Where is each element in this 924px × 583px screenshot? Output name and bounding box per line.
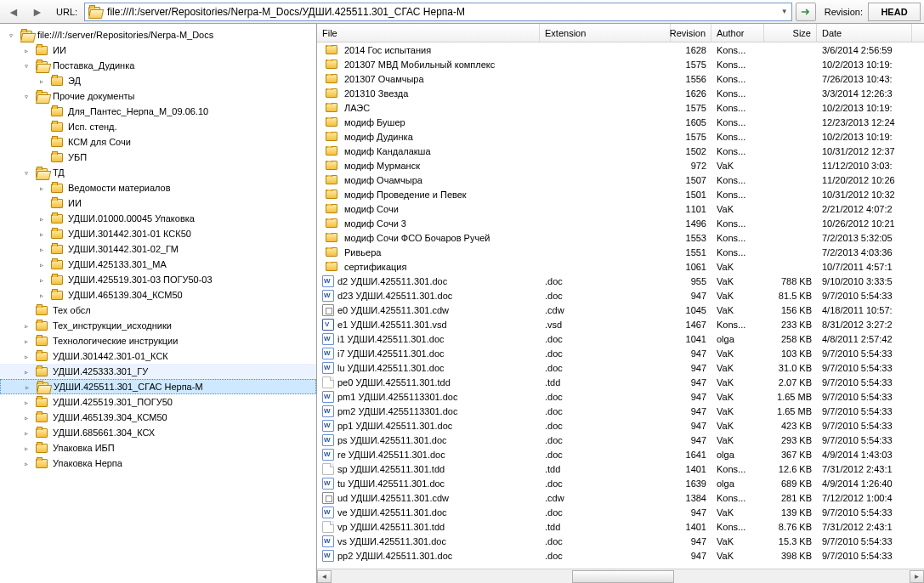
expand-icon[interactable]: ▹ xyxy=(20,321,32,331)
file-row[interactable]: модиф Проведение и Певек1501Kons...10/31… xyxy=(317,187,924,201)
tree-item[interactable]: ▹УДШИ.425333.301_ГУ xyxy=(0,364,316,379)
file-row[interactable]: ЛАЭС1575Kons...10/2/2013 10:19: xyxy=(317,100,924,115)
expand-icon[interactable]: ▿ xyxy=(20,92,32,101)
expand-icon[interactable]: ▹ xyxy=(20,337,32,346)
file-row[interactable]: e0 УДШИ.425511.301.cdw.cdw1045VaK156 KB4… xyxy=(317,303,924,317)
tree-item[interactable]: ▹УДШИ.301442.301-01 КСК50 xyxy=(0,226,316,241)
tree-item[interactable]: ▹УДШИ.425519.301-03 ПОГУ50-03 xyxy=(0,272,316,287)
file-row[interactable]: модиф Дудинка1575Kons...10/2/2013 10:19: xyxy=(317,129,924,144)
horizontal-scrollbar[interactable]: ◄ ► xyxy=(317,569,924,583)
expand-icon[interactable]: ▹ xyxy=(20,367,32,376)
header-size[interactable]: Size xyxy=(764,24,817,42)
scroll-right-button[interactable]: ► xyxy=(910,570,924,583)
tree-item[interactable]: ▹Ведомости материалов xyxy=(0,180,316,195)
file-row[interactable]: сертификация1061VaK10/7/2011 4:57:1 xyxy=(317,259,924,274)
expand-icon[interactable]: ▹ xyxy=(21,382,33,392)
file-row[interactable]: pp2 УДШИ.425511.301.doc.doc947VaK398 KB9… xyxy=(317,548,924,563)
tree-item[interactable]: УБП xyxy=(0,150,316,165)
file-row[interactable]: pp1 УДШИ.425511.301.doc.doc947VaK423 KB9… xyxy=(317,418,924,433)
tree-item[interactable]: КСМ для Сочи xyxy=(0,134,316,150)
file-row[interactable]: pm2 УДШИ.4255113301.doc.doc947VaK1.65 MB… xyxy=(317,404,924,418)
tree-item[interactable]: ▹УДШИ.425519.301_ПОГУ50 xyxy=(0,394,316,410)
repo-tree[interactable]: ▿file:///I:/server/Repositories/Nerpa-M_… xyxy=(0,24,317,583)
scroll-left-button[interactable]: ◄ xyxy=(317,570,332,583)
expand-icon[interactable]: ▹ xyxy=(36,245,48,254)
file-row[interactable]: модиф Кандалакша1502Kons...10/31/2012 12… xyxy=(317,144,924,158)
file-row[interactable]: ps УДШИ.425511.301.doc.doc947VaK293 KB9/… xyxy=(317,433,924,447)
file-rows[interactable]: 2014 Гос испытания1628Kons...3/6/2014 2:… xyxy=(317,42,924,569)
tree-item[interactable]: ▹УДШИ.301442.301-02_ГМ xyxy=(0,241,316,257)
tree-item[interactable]: ▹УДШИ.425511.301_СГАС Нерпа-М xyxy=(0,379,316,394)
expand-icon[interactable]: ▹ xyxy=(20,444,32,453)
expand-icon[interactable]: ▹ xyxy=(20,398,32,407)
file-row[interactable]: модиф Бушер1605Kons...12/23/2013 12:24 xyxy=(317,115,924,129)
file-row[interactable]: модиф Сочи1101VaK2/21/2012 4:07:2 xyxy=(317,201,924,216)
header-file[interactable]: File xyxy=(317,24,540,42)
expand-icon[interactable]: ▹ xyxy=(36,184,48,193)
file-row[interactable]: lu УДШИ.425511.301.doc.doc947VaK31.0 KB9… xyxy=(317,360,924,375)
file-row[interactable]: ve УДШИ.425511.301.doc.doc947VaK139 KB9/… xyxy=(317,505,924,519)
forward-button[interactable]: ► xyxy=(27,3,48,21)
tree-item[interactable]: ▹УДШИ.301442.301-01_КСК xyxy=(0,348,316,364)
back-button[interactable]: ◄ xyxy=(3,3,24,21)
file-row[interactable]: модиф Сочи ФСО Бочаров Ручей1553Kons...7… xyxy=(317,230,924,245)
expand-icon[interactable]: ▹ xyxy=(36,260,48,269)
tree-item[interactable]: ▹УДШИ.685661.304_КСХ xyxy=(0,425,316,440)
expand-icon[interactable]: ▿ xyxy=(20,168,32,178)
scroll-thumb[interactable] xyxy=(572,570,674,583)
file-row[interactable]: 201310 Звезда1626Kons...3/3/2014 12:26:3 xyxy=(317,86,924,100)
tree-item[interactable]: ▹УДШИ.01000.00045 Упаковка xyxy=(0,211,316,226)
file-row[interactable]: pe0 УДШИ.425511.301.tdd.tdd947VaK2.07 KB… xyxy=(317,375,924,389)
expand-icon[interactable]: ▿ xyxy=(20,61,32,71)
revision-selector[interactable]: HEAD xyxy=(868,3,921,21)
expand-icon[interactable]: ▹ xyxy=(36,214,48,224)
expand-icon[interactable]: ▹ xyxy=(20,413,32,422)
file-row[interactable]: d2 УДШИ.425511.301.doc.doc955VaK788 KB9/… xyxy=(317,274,924,288)
tree-item[interactable]: Исп. стенд. xyxy=(0,119,316,134)
file-row[interactable]: vs УДШИ.425511.301.doc.doc947VaK15.3 KB9… xyxy=(317,534,924,548)
file-row[interactable]: 201307 Очамчыра1556Kons...7/26/2013 10:4… xyxy=(317,71,924,86)
file-row[interactable]: re УДШИ.425511.301.doc.doc1641olga367 KB… xyxy=(317,447,924,461)
go-button[interactable]: ➜ xyxy=(796,3,816,21)
file-row[interactable]: ud УДШИ.425511.301.cdw.cdw1384Kons...281… xyxy=(317,490,924,505)
file-row[interactable]: i1 УДШИ.425511.301.doc.doc1041olga258 KB… xyxy=(317,331,924,346)
expand-icon[interactable]: ▹ xyxy=(20,352,32,361)
tree-item[interactable]: ▹УДШИ.425133.301_МА xyxy=(0,257,316,272)
header-revision[interactable]: Revision xyxy=(671,24,711,42)
file-row[interactable]: e1 УДШИ.425511.301.vsd.vsd1467Kons...233… xyxy=(317,317,924,331)
file-row[interactable]: d23 УДШИ.425511.301.doc.doc947VaK81.5 KB… xyxy=(317,288,924,303)
expand-icon[interactable]: ▹ xyxy=(36,76,48,86)
file-row[interactable]: i7 УДШИ.425511.301.doc.doc947VaK103 KB9/… xyxy=(317,346,924,360)
expand-icon[interactable]: ▹ xyxy=(20,46,32,55)
tree-item[interactable]: ▹УДШИ.465139.304_КСМ50 xyxy=(0,410,316,425)
tree-item[interactable]: ▿file:///I:/server/Repositories/Nerpa-M_… xyxy=(0,27,316,42)
expand-icon[interactable]: ▹ xyxy=(20,428,32,438)
file-row[interactable]: 2014 Гос испытания1628Kons...3/6/2014 2:… xyxy=(317,42,924,57)
tree-item[interactable]: ▹ИИ xyxy=(0,42,316,58)
tree-item[interactable]: Для_Пантес_Нерпа_М_09.06.10 xyxy=(0,104,316,119)
file-row[interactable]: tu УДШИ.425511.301.doc.doc1639olga689 KB… xyxy=(317,476,924,490)
header-date[interactable]: Date xyxy=(817,24,912,42)
file-row[interactable]: модиф Очамчыра1507Kons...11/20/2012 10:2… xyxy=(317,173,924,187)
header-author[interactable]: Author xyxy=(711,24,764,42)
expand-icon[interactable]: ▹ xyxy=(36,291,48,300)
file-row[interactable]: модиф Сочи 31496Kons...10/26/2012 10:21 xyxy=(317,216,924,230)
url-dropdown-icon[interactable]: ▼ xyxy=(778,8,791,15)
expand-icon[interactable]: ▹ xyxy=(20,459,32,468)
expand-icon[interactable]: ▿ xyxy=(5,31,17,40)
tree-item[interactable]: ▹Упаковка Нерпа xyxy=(0,456,316,471)
file-row[interactable]: Ривьера1551Kons...7/2/2013 4:03:36 xyxy=(317,245,924,259)
file-row[interactable]: vp УДШИ.425511.301.tdd.tdd1401Kons...8.7… xyxy=(317,519,924,534)
tree-item[interactable]: ▿ТД xyxy=(0,165,316,180)
tree-item[interactable]: ▹Тех_инструкции_исходники xyxy=(0,318,316,333)
tree-item[interactable]: ▹Технологические инструкции xyxy=(0,333,316,348)
file-row[interactable]: pm1 УДШИ.4255113301.doc.doc947VaK1.65 MB… xyxy=(317,389,924,404)
url-input[interactable] xyxy=(104,3,778,20)
tree-item[interactable]: ИИ xyxy=(0,195,316,211)
tree-item[interactable]: ▹ЭД xyxy=(0,73,316,88)
file-row[interactable]: 201307 МВД Мобильный комплекс1575Kons...… xyxy=(317,57,924,71)
tree-item[interactable]: ▿Поставка_Дудинка xyxy=(0,58,316,73)
tree-item[interactable]: ▹Упаковка ИБП xyxy=(0,440,316,456)
expand-icon[interactable]: ▹ xyxy=(36,275,48,285)
expand-icon[interactable]: ▹ xyxy=(36,229,48,239)
